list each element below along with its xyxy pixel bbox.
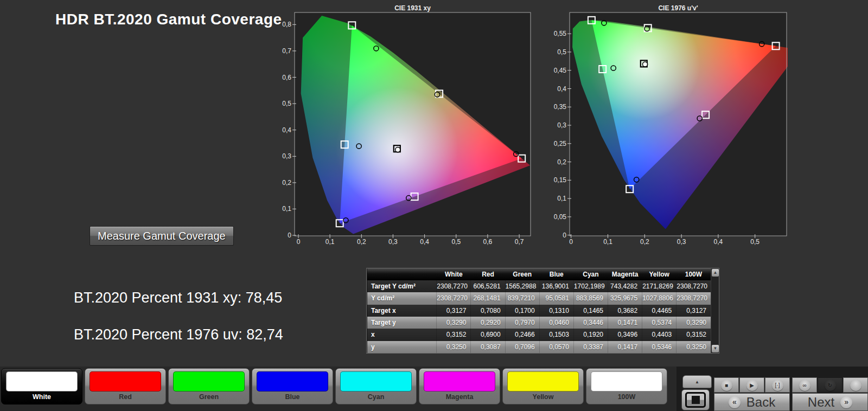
patch-label: 100W [586, 393, 667, 401]
table-column-header: Red [471, 268, 505, 280]
svg-text:0,1: 0,1 [326, 238, 335, 246]
table-cell: 0,3446 [573, 317, 608, 329]
percent-1931-result: BT.2020 Percent 1931 xy: 78,45 [74, 290, 282, 306]
interval-button[interactable]: [·] [765, 377, 790, 393]
svg-text:0,2: 0,2 [357, 238, 366, 246]
row-label: y [367, 341, 437, 353]
measure-gamut-coverage-button[interactable]: Measure Gamut Coverage [90, 226, 234, 246]
cie-1931-chart-title: CIE 1931 xy [295, 4, 531, 12]
patch-swatch [6, 371, 78, 391]
continuous-button[interactable]: ∞ [792, 377, 817, 393]
table-cell: 0,3087 [471, 341, 505, 353]
table-cell: 95,0581 [539, 292, 573, 304]
results-table: WhiteRedGreenBlueCyanMagentaYellow100WTa… [366, 268, 719, 354]
svg-text:0,1: 0,1 [557, 195, 566, 202]
svg-text:0,4: 0,4 [420, 238, 429, 246]
patch-blue-button[interactable]: Blue [252, 368, 333, 404]
patch-swatch [257, 371, 328, 391]
svg-text:0: 0 [563, 232, 566, 239]
svg-text:0,3: 0,3 [557, 121, 566, 129]
play-button[interactable]: ▶ [739, 377, 764, 393]
table-column-header: Yellow [642, 268, 676, 280]
cie-1976-chart-title: CIE 1976 u'v' [570, 4, 787, 12]
patch-green-button[interactable]: Green [168, 368, 250, 404]
patch-swatch [340, 371, 412, 391]
bottom-bar: WhiteRedGreenBlueCyanMagentaYellow100W ▲… [0, 367, 868, 411]
table-scrollbar[interactable]: ▲ ▼ [711, 268, 719, 353]
svg-text:0,7: 0,7 [515, 238, 524, 246]
svg-text:0,2: 0,2 [557, 158, 566, 166]
table-cell: 1027,8806 [642, 292, 676, 304]
table-cell: 136,9001 [539, 280, 573, 292]
record-button[interactable] [843, 377, 868, 393]
svg-text:0,6: 0,6 [282, 74, 291, 81]
patch-white-button[interactable]: White [1, 368, 82, 404]
gamut-coverage-page: HDR BT.2020 Gamut Coverage CIE 1931 xy 0… [0, 0, 868, 411]
patch-label: White [2, 393, 82, 401]
patch-magenta-button[interactable]: Magenta [419, 368, 500, 404]
svg-text:0,8: 0,8 [282, 21, 291, 28]
stop-icon: ■ [721, 380, 732, 391]
window-pattern-button[interactable] [681, 389, 710, 410]
table-cell: 0,3152 [676, 329, 711, 341]
patch-swatch [424, 371, 495, 391]
svg-text:0,3: 0,3 [677, 238, 686, 246]
next-button[interactable]: Next » [792, 393, 868, 411]
svg-text:0,05: 0,05 [554, 213, 567, 221]
table-cell: 0,5374 [642, 317, 676, 329]
table-cell: 0,1503 [539, 329, 573, 341]
back-button[interactable]: « Back [714, 393, 790, 411]
table-cell: 0,7970 [505, 317, 539, 329]
table-cell: 0,3127 [437, 305, 471, 317]
next-label: Next [808, 395, 834, 410]
table-cell: 0,0570 [539, 341, 573, 353]
refresh-icon: ↻ [825, 380, 836, 391]
table-cell: 0,3682 [608, 305, 642, 317]
page-title: HDR BT.2020 Gamut Coverage [55, 11, 282, 28]
table-cell: 0,7080 [471, 305, 505, 317]
table-cell: 0,3152 [437, 329, 471, 341]
svg-text:0,2: 0,2 [640, 238, 649, 246]
infinity-icon: ∞ [799, 380, 810, 391]
table-row: Target Y cd/m²2308,7270606,52811565,2988… [367, 280, 711, 292]
table-row: y0,32500,30870,70960,05700,33870,14170,5… [367, 341, 711, 353]
svg-text:0,6: 0,6 [483, 238, 493, 246]
table-column-header: Cyan [573, 268, 608, 280]
measurement-table: WhiteRedGreenBlueCyanMagentaYellow100WTa… [367, 268, 711, 353]
table-cell: 0,4403 [642, 329, 676, 341]
patch-100w-button[interactable]: 100W [586, 368, 667, 404]
table-cell: 325,9675 [608, 292, 642, 304]
table-cell: 883,8569 [573, 292, 608, 304]
table-cell: 743,4282 [608, 280, 642, 292]
scroll-down-button[interactable]: ▼ [712, 345, 719, 352]
table-cell: 0,3290 [676, 317, 711, 329]
table-cell: 0,1920 [573, 329, 608, 341]
patch-swatch [507, 371, 579, 391]
table-cell: 2308,7270 [676, 292, 711, 304]
table-cell: 0,1310 [539, 305, 573, 317]
row-label: Target Y cd/m² [367, 280, 437, 292]
table-cell: 606,5281 [471, 280, 505, 292]
svg-text:0,3: 0,3 [388, 238, 398, 246]
patch-yellow-button[interactable]: Yellow [502, 368, 584, 404]
patch-cyan-button[interactable]: Cyan [335, 368, 417, 404]
collapse-panel-button[interactable]: ▲ [682, 375, 712, 388]
table-column-header [367, 268, 437, 280]
scroll-up-button[interactable]: ▲ [712, 269, 719, 277]
patch-label: Cyan [336, 393, 416, 401]
patch-swatch [591, 371, 662, 391]
patch-swatch [90, 371, 161, 391]
table-row: Y cd/m²2308,7270268,1481839,721095,05818… [367, 292, 711, 304]
table-cell: 0,0460 [539, 317, 573, 329]
interval-icon: [·] [772, 380, 783, 391]
stop-button[interactable]: ■ [714, 377, 739, 393]
refresh-button[interactable]: ↻ [818, 377, 843, 393]
svg-text:0,4: 0,4 [282, 126, 291, 134]
table-cell: 0,2466 [505, 329, 539, 341]
row-label: Target x [367, 305, 437, 317]
patch-red-button[interactable]: Red [85, 368, 166, 404]
svg-text:0,15: 0,15 [554, 176, 567, 184]
table-cell: 0,3496 [608, 329, 642, 341]
table-column-header: White [437, 268, 471, 280]
circle-icon [850, 380, 861, 391]
